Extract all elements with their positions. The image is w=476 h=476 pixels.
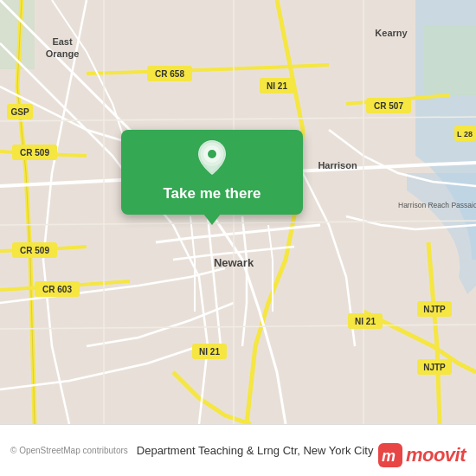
svg-text:NI 21: NI 21	[267, 81, 287, 91]
svg-point-38	[208, 150, 216, 158]
bottom-bar: © OpenStreetMap contributors Department …	[0, 424, 476, 476]
svg-text:Harrison: Harrison	[318, 160, 357, 170]
svg-text:CR 658: CR 658	[155, 69, 184, 79]
svg-text:m: m	[382, 447, 396, 465]
svg-text:Orange: Orange	[46, 48, 80, 59]
svg-text:CR 509: CR 509	[20, 246, 49, 255]
copyright-text: © OpenStreetMap contributors	[10, 446, 128, 455]
svg-rect-1	[424, 26, 476, 95]
svg-text:L 28: L 28	[457, 130, 473, 138]
svg-text:Newark: Newark	[214, 256, 254, 269]
take-me-there-popup[interactable]: Take me there	[121, 130, 303, 215]
svg-text:GSP: GSP	[10, 107, 29, 117]
map-container: CR 658 CR 507 CR 509 CR 508 CR 509 CR 60…	[0, 0, 476, 424]
moovit-brand-text: moovit	[406, 444, 466, 466]
svg-text:East: East	[52, 36, 73, 47]
svg-text:Harrison Reach Passaic R: Harrison Reach Passaic R	[398, 201, 476, 209]
location-pin-icon	[196, 140, 228, 178]
take-me-there-label: Take me there	[163, 183, 261, 206]
moovit-icon: m	[378, 443, 402, 467]
svg-text:CR 603: CR 603	[42, 285, 72, 294]
moovit-logo: m moovit	[378, 443, 466, 467]
svg-text:NJTP: NJTP	[423, 305, 446, 314]
svg-text:NI 21: NI 21	[199, 347, 220, 357]
svg-text:NI 21: NI 21	[355, 317, 376, 326]
svg-text:CR 507: CR 507	[374, 101, 403, 111]
svg-text:NJTP: NJTP	[423, 363, 446, 372]
svg-text:CR 509: CR 509	[20, 148, 49, 158]
svg-text:Kearny: Kearny	[375, 28, 408, 38]
